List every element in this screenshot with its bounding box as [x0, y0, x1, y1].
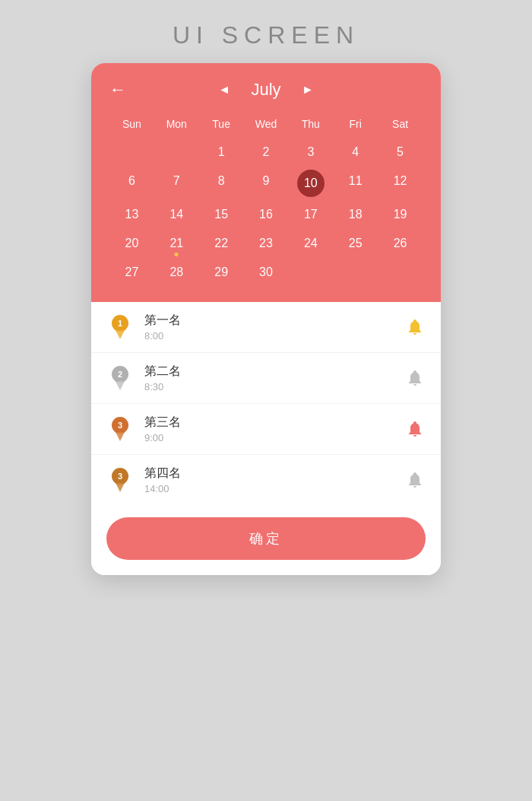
month-label: July — [239, 80, 293, 100]
svg-text:1: 1 — [118, 319, 122, 328]
cal-cell-day[interactable]: 10 — [297, 170, 325, 197]
schedule-info: 第四名 14:00 — [144, 466, 394, 494]
svg-text:3: 3 — [118, 421, 122, 430]
weekday-fri: Fri — [333, 113, 378, 135]
rank-badge-4: 3 — [106, 466, 134, 494]
schedule-item: 1 第一名 8:00 — [91, 302, 441, 353]
bell-active-icon[interactable] — [404, 418, 426, 440]
cal-cell-day[interactable]: 8 — [199, 167, 244, 200]
calendar-grid: 1234567891011121314151617181920212223242… — [109, 138, 423, 302]
bell-inactive-icon[interactable] — [404, 469, 426, 491]
cal-cell-day[interactable]: 18 — [333, 200, 378, 229]
month-nav: ◄ July ► — [218, 80, 314, 100]
phone-container: ← ◄ July ► Sun Mon Tue Wed Thu Fri Sat 1… — [91, 63, 441, 575]
rank-badge-1: 1 — [106, 313, 134, 341]
nav-row: ← ◄ July ► — [109, 80, 423, 100]
schedule-list: 1 第一名 8:00 2 — [91, 302, 441, 505]
calendar-header: ← ◄ July ► Sun Mon Tue Wed Thu Fri Sat 1… — [91, 63, 441, 302]
cal-cell-empty — [378, 258, 423, 287]
cal-cell-day[interactable]: 6 — [109, 167, 154, 200]
cal-cell-day[interactable]: 24 — [288, 229, 333, 258]
cal-cell-day[interactable]: 11 — [333, 167, 378, 200]
cal-cell-day[interactable]: 20 — [109, 229, 154, 258]
schedule-info: 第一名 8:00 — [144, 313, 394, 342]
cal-cell-day[interactable]: 15 — [199, 200, 244, 229]
schedule-time: 14:00 — [144, 483, 394, 494]
cal-cell-day[interactable]: 22 — [199, 229, 244, 258]
weekday-sat: Sat — [378, 113, 423, 135]
schedule-item: 3 第三名 9:00 — [91, 404, 441, 455]
cal-cell-day[interactable]: 21 — [154, 229, 199, 258]
cal-cell-day[interactable]: 14 — [154, 200, 199, 229]
rank-badge-3: 3 — [106, 415, 134, 443]
schedule-title: 第一名 — [144, 313, 394, 329]
cal-cell-day[interactable]: 12 — [378, 167, 423, 200]
cal-cell-day[interactable]: 13 — [109, 200, 154, 229]
weekday-tue: Tue — [199, 113, 244, 135]
cal-cell-empty — [154, 138, 199, 167]
page-title: UI SCREEN — [173, 21, 359, 49]
schedule-title: 第二名 — [144, 364, 394, 380]
cal-cell-empty — [288, 258, 333, 287]
cal-cell-day[interactable]: 9 — [244, 167, 289, 200]
cal-cell-day[interactable]: 2 — [244, 138, 289, 167]
cal-cell-day[interactable]: 19 — [378, 200, 423, 229]
bell-inactive-icon[interactable] — [404, 367, 426, 389]
cal-cell-day[interactable]: 25 — [333, 229, 378, 258]
cal-cell-day[interactable]: 29 — [199, 258, 244, 287]
cal-cell-day[interactable]: 4 — [333, 138, 378, 167]
cal-cell-day[interactable]: 3 — [288, 138, 333, 167]
confirm-section: 确定 — [91, 505, 441, 575]
cal-cell-empty — [333, 258, 378, 287]
svg-text:3: 3 — [118, 472, 122, 481]
cal-cell-day[interactable]: 17 — [288, 200, 333, 229]
weekday-sun: Sun — [109, 113, 154, 135]
cal-cell-day[interactable]: 26 — [378, 229, 423, 258]
schedule-title: 第四名 — [144, 466, 394, 482]
schedule-time: 9:00 — [144, 432, 394, 443]
svg-text:2: 2 — [118, 370, 122, 379]
confirm-button[interactable]: 确定 — [106, 517, 426, 560]
weekday-mon: Mon — [154, 113, 199, 135]
back-button[interactable]: ← — [109, 80, 137, 100]
cal-cell-day[interactable]: 27 — [109, 258, 154, 287]
cal-cell-day[interactable]: 23 — [244, 229, 289, 258]
weekday-wed: Wed — [244, 113, 289, 135]
cal-cell-day[interactable]: 30 — [244, 258, 289, 287]
cal-cell-day[interactable]: 28 — [154, 258, 199, 287]
cal-cell-day[interactable]: 7 — [154, 167, 199, 200]
weekday-thu: Thu — [288, 113, 333, 135]
schedule-time: 8:00 — [144, 330, 394, 342]
bell-active-icon[interactable] — [404, 316, 426, 338]
schedule-info: 第三名 9:00 — [144, 415, 394, 443]
next-month-button[interactable]: ► — [302, 83, 314, 97]
schedule-time: 8:30 — [144, 381, 394, 393]
schedule-title: 第三名 — [144, 415, 394, 431]
weekday-headers: Sun Mon Tue Wed Thu Fri Sat — [109, 113, 423, 135]
cal-cell-day[interactable]: 16 — [244, 200, 289, 229]
schedule-item: 2 第二名 8:30 — [91, 353, 441, 404]
rank-badge-2: 2 — [106, 364, 134, 392]
schedule-info: 第二名 8:30 — [144, 364, 394, 393]
cal-cell-day[interactable]: 5 — [378, 138, 423, 167]
prev-month-button[interactable]: ◄ — [218, 83, 230, 97]
schedule-item: 3 第四名 14:00 — [91, 455, 441, 505]
cal-cell-day[interactable]: 1 — [199, 138, 244, 167]
cal-cell-empty — [109, 138, 154, 167]
